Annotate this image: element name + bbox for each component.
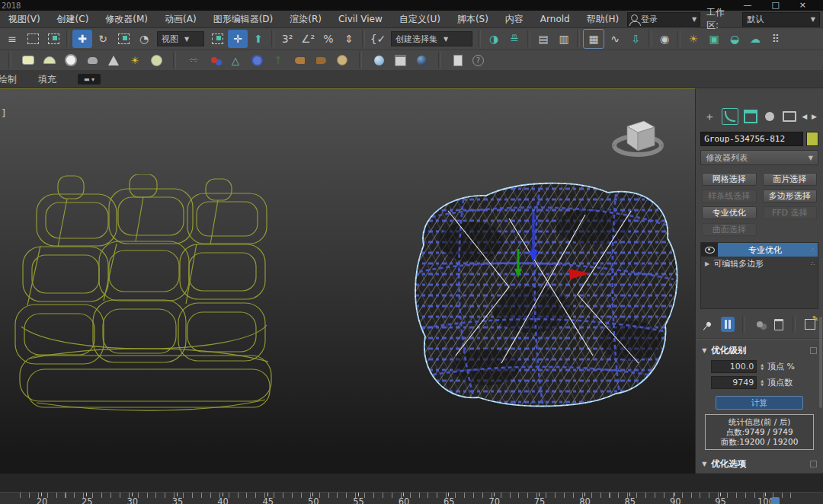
rendered-frame-window-icon[interactable]: ▣ [704,30,724,48]
ribbon-minimize-dropdown[interactable]: ▬ ▾ [78,74,101,85]
box-icon[interactable] [21,53,35,67]
tab-create-icon[interactable]: ＋ [702,109,717,124]
poly-select-button[interactable]: 多边形选择 [763,190,817,203]
object-name-field[interactable]: Group-534756-812 [700,132,803,146]
patch-select-button[interactable]: 面片选择 [763,173,817,186]
make-unique-icon[interactable] [753,317,767,332]
menu-civil-view[interactable]: Civil View [330,14,391,24]
configure-modifier-sets-icon[interactable] [803,317,817,332]
select-and-scale-icon[interactable] [114,30,133,48]
select-and-manipulate-icon[interactable]: ✛ [228,30,248,48]
snow-particles-icon[interactable]: ⁘⁘ [186,53,200,67]
mesh-select-button[interactable]: 网格选择 [702,173,756,186]
menu-modifiers[interactable]: 修改器(M) [97,13,156,26]
tab-populate[interactable]: 填充 [27,73,67,86]
vertex-percent-input[interactable]: 100.0 [711,360,757,373]
align-icon[interactable]: ≞ [504,30,524,48]
flower-icon[interactable] [250,53,264,67]
rollout-optimization-options[interactable]: ▼ 优化选项 [696,455,823,472]
clipboard-icon[interactable] [451,53,465,67]
login-dropdown[interactable]: 登录 ▼ [627,12,700,27]
menu-animation[interactable]: 动画(A) [156,13,205,26]
fox-icon[interactable] [293,53,306,67]
stack-row-editable-poly[interactable]: ▶ 可编辑多边形 ∴ [701,257,818,270]
help-icon[interactable]: ? [472,55,484,66]
render-setup-icon[interactable]: ☀ [684,30,703,48]
mirror-icon[interactable]: ◑ [484,30,504,48]
menu-arnold[interactable]: Arnold [532,14,578,24]
angle-snap-icon[interactable]: ∠² [298,30,318,48]
modifier-stack[interactable]: 专业优化 ∴ ▶ 可编辑多边形 ∴ [700,242,818,309]
visibility-toggle[interactable] [701,243,718,257]
spinner-icon[interactable]: ▲▼ [761,379,764,387]
tab-modify-icon[interactable] [722,108,738,125]
menu-customize[interactable]: 自定义(U) [391,13,449,26]
sphere-blue-icon[interactable] [372,53,386,67]
menu-scripting[interactable]: 脚本(S) [449,13,497,26]
stack-row-prooptimizer[interactable]: 专业优化 ∴ [701,243,818,257]
select-and-place-icon[interactable]: ◔ [134,30,154,48]
horse-icon[interactable] [314,53,328,67]
calculate-button[interactable]: 计算 [716,396,803,410]
menu-create[interactable]: 创建(C) [49,13,98,26]
dome-icon[interactable] [43,53,56,67]
viewcube[interactable] [605,115,671,164]
sphere-dark-icon[interactable] [415,53,428,67]
tab-display-icon[interactable] [782,109,797,124]
grass-icon[interactable]: ᛉ [271,53,285,67]
panel-tab-scroll[interactable]: ◀▶ [802,113,820,120]
coin-icon[interactable] [335,53,349,67]
scene-explorer-icon[interactable]: ▤ [533,30,553,48]
timeline-marker[interactable] [771,497,780,504]
edit-named-selection-sets-icon[interactable]: {✓ [368,30,388,48]
rollout-optimization-level[interactable]: ▼ 优化级别 [696,341,823,359]
window-crossing-toggle-icon[interactable] [43,30,63,48]
render-production-icon[interactable]: ◒ [725,30,745,48]
pyramid-wire-icon[interactable]: △ [229,53,242,67]
menu-view[interactable]: 视图(V) [0,13,49,26]
show-end-result-icon[interactable] [721,317,735,332]
expand-arrow-icon[interactable]: ▶ [701,260,713,267]
pin-stack-icon[interactable] [702,317,716,332]
spinner-icon[interactable]: ▲▼ [761,363,764,371]
rectangular-selection-region-icon[interactable] [23,30,43,48]
select-and-move-icon[interactable]: ✚ [72,30,92,48]
wireframe-object-selected[interactable] [402,173,695,429]
teapot-icon[interactable] [85,53,99,67]
menu-rendering[interactable]: 渲染(R) [281,13,330,26]
window-small-icon[interactable] [393,53,407,67]
menu-help[interactable]: 帮助(H) [578,13,627,26]
modifier-list-dropdown[interactable]: 修改器列表 ▼ [700,150,818,165]
time-ruler[interactable]: 20 25 30 35 40 45 50 55 60 65 70 75 80 8… [0,492,823,504]
remove-modifier-icon[interactable] [772,317,786,332]
tab-motion-icon[interactable] [763,109,778,124]
cone-icon[interactable] [107,53,120,67]
render-flyout-icon[interactable]: ⠿ [766,30,786,48]
sun-icon[interactable]: ☀ [128,53,142,67]
vertex-count-input[interactable]: 9749 [711,376,757,389]
reference-coordinate-dropdown[interactable]: 视图 ▼ [157,31,204,46]
viewport-label[interactable]: ] [2,107,5,119]
curve-editor-icon[interactable]: ∿ [605,30,625,48]
perspective-viewport[interactable]: ] [0,88,696,474]
molecule-icon[interactable] [207,53,221,67]
percent-snap-icon[interactable]: % [319,30,338,48]
disc-icon[interactable] [149,53,163,67]
material-editor-icon[interactable]: ◉ [655,30,674,48]
render-in-cloud-icon[interactable]: ☁ [745,30,765,48]
use-pivot-point-center-icon[interactable] [207,30,227,48]
snap-toggle-3d-icon[interactable]: 3² [277,30,297,48]
tab-hierarchy-icon[interactable] [743,109,758,124]
named-selection-set-dropdown[interactable]: 创建选择集 ▼ [391,31,472,46]
object-color-swatch[interactable] [806,132,818,146]
menu-content[interactable]: 内容 [497,13,532,26]
wireframe-object-unselected[interactable] [14,174,303,426]
track-bar[interactable] [0,473,823,492]
ring-icon[interactable] [64,53,78,67]
spinner-snap-icon[interactable]: ⇕ [339,30,359,48]
toggle-ribbon-icon[interactable]: ▦ [583,29,604,49]
select-by-name-icon[interactable]: ≡ [2,30,22,48]
select-and-rotate-icon[interactable]: ↻ [93,30,113,48]
keyboard-shortcut-override-icon[interactable]: ⬆ [248,30,268,48]
layer-explorer-icon[interactable]: ▥ [554,30,574,48]
